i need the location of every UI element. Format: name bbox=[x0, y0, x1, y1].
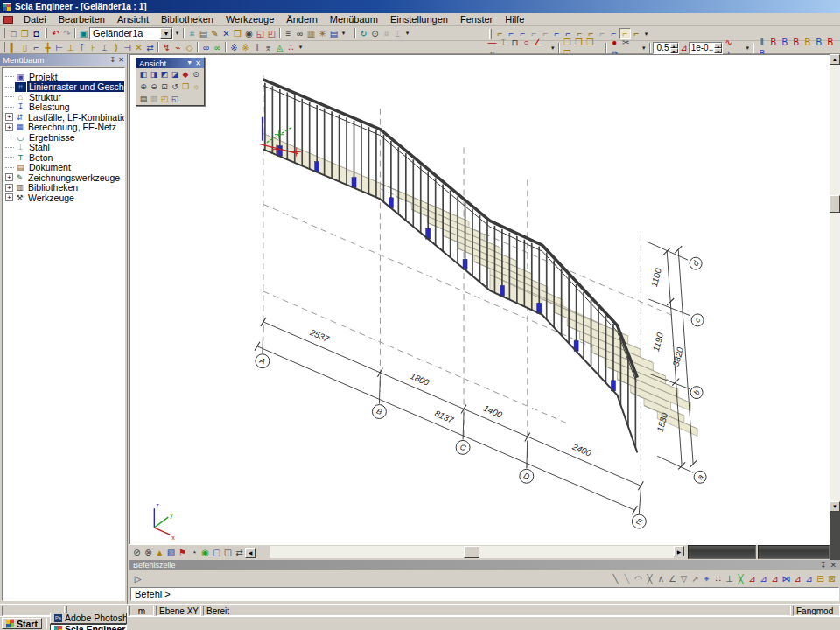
model-tool-1[interactable]: ※ bbox=[228, 42, 240, 53]
member-display-2[interactable]: B bbox=[779, 37, 790, 48]
connect-nodes-icon[interactable]: ∞ bbox=[200, 42, 212, 53]
menu-ndern[interactable]: Ändern bbox=[280, 14, 323, 24]
menubaum-item-0[interactable]: ▣Projekt bbox=[3, 72, 124, 82]
pause-icon[interactable]: ‖ bbox=[756, 37, 767, 48]
menu-menbaum[interactable]: Menübaum bbox=[324, 14, 384, 24]
menubaum-item-4[interactable]: +⇵Lastfälle, LF-Kombinationen bbox=[3, 112, 124, 122]
task-button-photoshop[interactable]: PsAdobe Photoshop ... bbox=[50, 612, 127, 624]
snap-face-icon[interactable]: ▽ bbox=[678, 573, 690, 584]
clip-dialog-icon[interactable]: ◰ bbox=[159, 94, 170, 104]
scale-spinner-arrows[interactable]: ▲▼ bbox=[670, 43, 678, 53]
toolbar-grip[interactable] bbox=[3, 42, 5, 52]
view-axo-icon[interactable]: ◪ bbox=[170, 69, 180, 80]
view-front-icon[interactable]: ◧ bbox=[138, 69, 149, 80]
angle-icon[interactable]: ∠ bbox=[532, 37, 543, 48]
copy-picture-icon[interactable]: ▥ bbox=[149, 94, 159, 104]
mdi-document-icon[interactable] bbox=[4, 16, 13, 24]
folder-layers-icon[interactable]: ❒ bbox=[232, 28, 243, 39]
chevron-down-icon[interactable]: ▼ bbox=[186, 60, 192, 67]
task-button-scia[interactable]: Scia Engineer - [... bbox=[50, 624, 127, 630]
swap-icon[interactable]: ⇄ bbox=[234, 547, 245, 558]
menu-einstellungen[interactable]: Einstellungen bbox=[384, 14, 454, 24]
zoom-detail-icon[interactable]: ⊙ bbox=[369, 28, 381, 39]
horizontal-scrollbar[interactable] bbox=[270, 546, 674, 558]
bracing-tool-icon[interactable]: ⊢ bbox=[53, 42, 65, 53]
select-tool-icon[interactable]: ⊘ bbox=[131, 547, 143, 558]
snap-edge-icon[interactable]: ∠ bbox=[667, 573, 678, 584]
snap-endpoint-icon[interactable]: ⊿ bbox=[758, 573, 769, 584]
pin-icon[interactable]: ↧ bbox=[820, 561, 827, 570]
preview-icon[interactable]: ∞ bbox=[294, 28, 305, 39]
printer-icon[interactable]: ≡ bbox=[283, 28, 294, 39]
database-icon[interactable]: ▤ bbox=[198, 28, 209, 39]
ansicht-toolbar[interactable]: Ansicht ▼ ✕ ◧◨◩◪◆⊙ ⊕⊖⊡↺❒☼ ▤▥◰◱ bbox=[136, 57, 205, 106]
puzzle-icon[interactable]: ▢ bbox=[211, 547, 222, 558]
clip-box-icon[interactable]: ❒ bbox=[180, 81, 191, 92]
load-free-icon[interactable]: ◇ bbox=[184, 42, 195, 53]
snap-direction-icon[interactable]: ↗ bbox=[690, 573, 701, 584]
project-combo[interactable]: Geländer1a ▼ bbox=[89, 27, 173, 40]
rib-tool-icon[interactable]: ⌐ bbox=[31, 42, 42, 53]
menubaum-item-11[interactable]: +▥Bibliotheken bbox=[3, 183, 124, 193]
move-tool-icon[interactable]: ⇄ bbox=[144, 42, 156, 53]
support-tool-icon[interactable]: ⊥ bbox=[65, 42, 76, 53]
close-icon[interactable]: ✕ bbox=[118, 56, 124, 64]
activity-icon[interactable]: ✕ bbox=[220, 28, 232, 39]
view-player-icon[interactable]: ◆ bbox=[180, 69, 191, 80]
vscroll-thumb[interactable] bbox=[830, 195, 840, 213]
ansicht-header[interactable]: Ansicht ▼ ✕ bbox=[136, 58, 204, 68]
menu-hilfe[interactable]: Hilfe bbox=[499, 14, 530, 24]
zoom-cursor-icon[interactable]: ⊙ bbox=[191, 69, 201, 80]
model-tool-2[interactable]: ※ bbox=[240, 42, 251, 53]
snap-center-icon[interactable]: ⊟ bbox=[815, 573, 826, 584]
output-group-dropdown[interactable]: ▾ bbox=[340, 30, 347, 37]
member-display-3[interactable]: B bbox=[790, 37, 802, 48]
open-icon[interactable]: ❒ bbox=[19, 28, 31, 39]
section-icon[interactable]: ⌶ bbox=[392, 28, 403, 39]
menu-werkzeuge[interactable]: Werkzeuge bbox=[220, 14, 280, 24]
menubaum-item-9[interactable]: ▤Dokument bbox=[3, 163, 124, 173]
expand-icon[interactable]: + bbox=[5, 193, 13, 201]
toolbar-grip[interactable] bbox=[3, 28, 5, 38]
expand-icon[interactable]: + bbox=[5, 184, 13, 192]
zoom-all-icon[interactable]: ↺ bbox=[170, 81, 180, 92]
railing-balusters[interactable] bbox=[265, 83, 635, 448]
menubaum-item-3[interactable]: ↧Belastung bbox=[3, 102, 124, 113]
layout-icon[interactable]: ◰ bbox=[266, 28, 277, 39]
filter-icon[interactable]: ∿ bbox=[723, 37, 734, 48]
project-window-icon[interactable]: ▣ bbox=[78, 28, 89, 39]
filter-group-dropdown[interactable]: ▾ bbox=[744, 45, 751, 52]
combo-extra-dropdown[interactable]: ▾ bbox=[173, 30, 181, 37]
scale-spinner[interactable]: 0.5 ▲▼ bbox=[653, 42, 679, 54]
profile-tool-icon[interactable]: ⌶ bbox=[99, 42, 110, 53]
model-tool-5[interactable]: ◬ bbox=[274, 42, 285, 53]
menu-bearbeiten[interactable]: Bearbeiten bbox=[52, 14, 111, 24]
menu-ansicht[interactable]: Ansicht bbox=[111, 14, 155, 24]
snap-intersection-icon[interactable]: ⊿ bbox=[769, 573, 780, 584]
expand-icon[interactable]: + bbox=[5, 123, 13, 131]
load-line-icon[interactable]: ⌁ bbox=[172, 42, 184, 53]
delete-tool-icon[interactable]: ✕ bbox=[133, 42, 144, 53]
menubaum-header[interactable]: Menübaum ↧ ✕ bbox=[0, 54, 127, 66]
node-tool-icon[interactable]: ⊦ bbox=[88, 42, 99, 53]
gallery-icon[interactable]: ▥ bbox=[305, 28, 317, 39]
snap-line-icon[interactable]: ╲ bbox=[610, 573, 621, 584]
zoom-window-icon[interactable]: ⊡ bbox=[159, 81, 170, 92]
menubaum-item-7[interactable]: ⌶Stahl bbox=[3, 143, 124, 153]
menubaum-item-8[interactable]: TBeton bbox=[3, 152, 124, 163]
menu-datei[interactable]: Datei bbox=[18, 14, 52, 24]
menubaum-item-10[interactable]: +✎Zeichnungswerkzeuge bbox=[3, 172, 124, 183]
model-group-dropdown[interactable]: ▾ bbox=[297, 44, 304, 51]
clipboard-folder-1[interactable]: ❒ bbox=[562, 37, 573, 48]
cut-icon[interactable]: ✂ bbox=[620, 37, 632, 48]
menubaum-item-2[interactable]: ⌂Struktur bbox=[3, 92, 124, 102]
window-tool-icon[interactable]: ◫ bbox=[222, 547, 234, 558]
scroll-down-icon[interactable]: ▼ bbox=[830, 501, 840, 512]
pin-icon[interactable]: ↧ bbox=[110, 56, 116, 64]
clipboard-folder-3[interactable]: ❒ bbox=[584, 37, 596, 48]
menubaum-item-5[interactable]: +▦Berechnung, FE-Netz bbox=[3, 122, 124, 133]
units-icon[interactable]: ⌗ bbox=[186, 28, 198, 39]
snap-vertex-icon[interactable]: ∧ bbox=[655, 573, 667, 584]
viewport-3d[interactable]: 2537 1800 1400 2400 8137 1100 1190 1530 … bbox=[130, 55, 829, 543]
model-tool-6[interactable]: ∴ bbox=[285, 42, 297, 53]
